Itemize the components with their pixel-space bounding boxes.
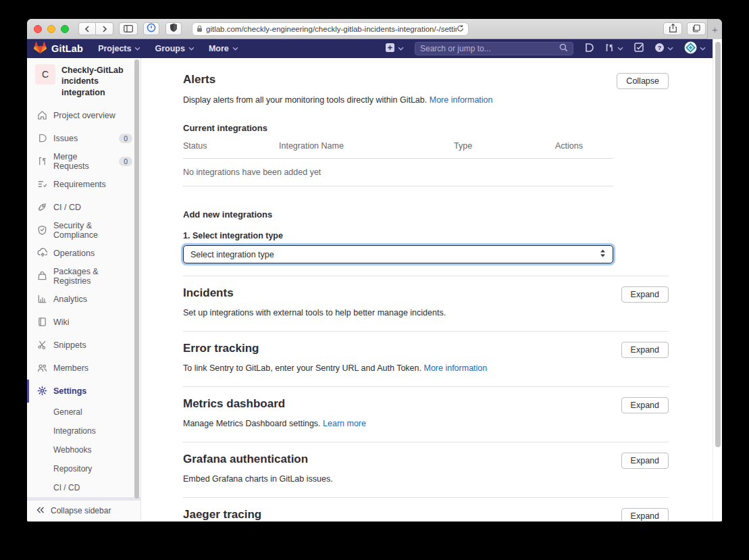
sidebar-subitem-repository[interactable]: Repository: [27, 459, 140, 478]
close-window-button[interactable]: [34, 25, 42, 33]
alerts-collapse-button[interactable]: Collapse: [617, 73, 669, 89]
sidebar-scrollbar[interactable]: [134, 59, 139, 499]
sidebar-subitem-ci-cd[interactable]: CI / CD: [27, 478, 140, 497]
new-tab-button[interactable]: +: [707, 19, 722, 39]
sidebar-item-label: Requirements: [53, 180, 106, 189]
rocket-icon: [36, 202, 47, 212]
chevron-down-icon: [617, 47, 623, 51]
sidebar-item-label: Issues: [53, 134, 78, 143]
share-button[interactable]: [663, 22, 682, 35]
operations-settings-page: Alerts Collapse Display alerts from all …: [141, 58, 713, 521]
sidebar-toggle-button[interactable]: [119, 22, 138, 35]
tab-overview-button[interactable]: [687, 22, 706, 35]
integration-type-select[interactable]: Select integration type: [183, 245, 613, 263]
user-menu-button[interactable]: [684, 41, 706, 57]
metrics-dashboard-learn-more-link[interactable]: Learn more: [323, 419, 366, 428]
column-header-type: Type: [454, 141, 555, 151]
jaeger-expand-button[interactable]: Expand: [621, 508, 669, 521]
sidebar-item-security-compliance[interactable]: Security & Compliance: [27, 219, 140, 242]
chevron-right-icon: [102, 23, 107, 35]
sidebar-subitem-webhooks[interactable]: Webhooks: [27, 440, 140, 459]
todo-check-icon: [634, 43, 644, 55]
search-input[interactable]: [420, 44, 559, 53]
merge-request-icon: [604, 43, 615, 55]
shield-extension-button[interactable]: [165, 22, 182, 35]
minimize-window-button[interactable]: [47, 25, 55, 33]
add-new-integrations-title: Add new integrations: [183, 209, 669, 220]
share-icon: [669, 23, 677, 35]
select-integration-type-label: 1. Select integration type: [183, 231, 669, 240]
project-header[interactable]: C Checkly-GitLab incidents integration: [27, 58, 140, 102]
address-bar[interactable]: gitlab.com/checkly-engineering/checkly-g…: [192, 22, 469, 36]
sidebar-item-label: Project overview: [53, 111, 115, 120]
error-tracking-expand-button[interactable]: Expand: [621, 342, 669, 358]
nav-menu-groups[interactable]: Groups: [155, 44, 194, 53]
incidents-section: Incidents Expand Set up integrations wit…: [183, 276, 669, 332]
sidebar-subitem-general[interactable]: General: [27, 403, 140, 422]
chevron-left-icon: [84, 23, 90, 35]
gitlab-wordmark: GitLab: [51, 43, 83, 54]
merge-requests-button[interactable]: [604, 43, 623, 55]
grafana-authentication-title: Grafana authentication: [183, 453, 308, 466]
onepassword-extension-button[interactable]: [143, 22, 159, 35]
jaeger-tracing-title: Jaeger tracing: [183, 508, 261, 521]
forward-button[interactable]: [96, 22, 113, 35]
book-icon: [36, 317, 47, 327]
browser-toolbar: gitlab.com/checkly-engineering/checkly-g…: [27, 19, 722, 39]
issues-dashboard-button[interactable]: [584, 43, 594, 55]
sidebar-subitem-integrations[interactable]: Integrations: [27, 422, 140, 440]
gitlab-tanuki-icon: [34, 41, 47, 57]
gitlab-home-link[interactable]: GitLab: [34, 41, 83, 57]
sidebar-item-label: Security & Compliance: [53, 221, 132, 240]
zoom-window-button[interactable]: [61, 25, 69, 33]
current-integrations-title: Current integrations: [183, 123, 669, 133]
error-tracking-more-information-link[interactable]: More information: [423, 363, 487, 373]
chevron-down-icon: [667, 47, 673, 51]
sidebar-item-requirements[interactable]: Requirements: [27, 173, 140, 196]
integrations-table: Status Integration Name Type Actions No …: [183, 141, 613, 186]
list-check-icon: [36, 179, 47, 189]
sidebar-item-snippets[interactable]: Snippets: [27, 334, 140, 357]
metrics-dashboard-expand-button[interactable]: Expand: [621, 397, 669, 413]
incidents-expand-button[interactable]: Expand: [621, 286, 669, 303]
subitem-label: Repository: [53, 464, 92, 474]
plus-square-icon: [385, 43, 395, 55]
sidebar-item-wiki[interactable]: Wiki: [27, 311, 140, 334]
error-tracking-description: To link Sentry to GitLab, enter your Sen…: [183, 363, 421, 373]
empty-table-message: No integrations have been added yet: [183, 168, 321, 177]
global-search[interactable]: [415, 42, 573, 55]
reload-icon[interactable]: [457, 23, 464, 35]
grafana-expand-button[interactable]: Expand: [621, 453, 669, 469]
history-nav: [78, 22, 113, 35]
error-tracking-section: Error tracking Expand To link Sentry to …: [183, 332, 669, 387]
plus-icon: +: [712, 24, 718, 35]
alerts-more-information-link[interactable]: More information: [430, 95, 493, 105]
double-chevron-left-icon: [36, 506, 45, 515]
subitem-label: Webhooks: [53, 445, 91, 455]
nav-menu-more[interactable]: More: [209, 44, 238, 53]
gear-icon: [36, 386, 47, 396]
collapse-sidebar-button[interactable]: Collapse sidebar: [27, 500, 140, 521]
sidebar-item-issues[interactable]: Issues 0: [27, 127, 140, 150]
sidebar-item-members[interactable]: Members: [27, 357, 140, 380]
project-avatar: C: [35, 64, 55, 84]
page-scrollbar[interactable]: [715, 42, 721, 447]
sidebar-item-operations[interactable]: Operations: [27, 242, 140, 265]
sidebar-item-packages-registries[interactable]: Packages & Registries: [27, 265, 140, 288]
subitem-label: CI / CD: [53, 483, 80, 492]
help-menu-button[interactable]: ?: [654, 43, 673, 55]
sidebar-item-merge-requests[interactable]: Merge Requests 0: [27, 150, 140, 173]
nav-menu-projects[interactable]: Projects: [98, 44, 140, 53]
sidebar-item-settings[interactable]: Settings: [27, 380, 140, 403]
issues-count-badge: 0: [119, 134, 132, 143]
sidebar-item-label: Wiki: [53, 317, 70, 327]
new-menu-button[interactable]: [385, 43, 404, 55]
sidebar-item-analytics[interactable]: Analytics: [27, 288, 140, 311]
todos-button[interactable]: [634, 43, 644, 55]
column-header-actions: Actions: [555, 141, 613, 151]
jaeger-tracing-section: Jaeger tracing Expand: [183, 498, 669, 521]
issues-icon: [36, 133, 47, 143]
sidebar-item-project-overview[interactable]: Project overview: [27, 104, 140, 127]
sidebar-item-ci-cd[interactable]: CI / CD: [27, 196, 140, 219]
back-button[interactable]: [78, 22, 96, 35]
